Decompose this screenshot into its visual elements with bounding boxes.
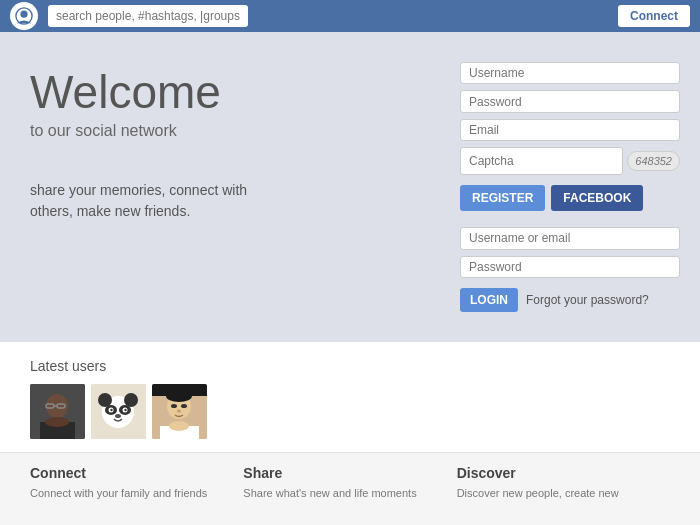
header: Connect: [0, 0, 700, 32]
password-input[interactable]: [460, 90, 680, 112]
svg-point-24: [171, 404, 177, 408]
svg-point-26: [177, 410, 181, 413]
svg-point-12: [124, 393, 138, 407]
svg-point-5: [45, 417, 69, 427]
svg-point-0: [20, 11, 27, 18]
svg-point-28: [169, 421, 189, 431]
login-password-input[interactable]: [460, 256, 680, 278]
footer-connect: Connect Connect with your family and fri…: [30, 465, 243, 513]
captcha-code: 648352: [627, 151, 680, 171]
forgot-password-link[interactable]: Forgot your password?: [526, 293, 649, 307]
main-area: Welcome to our social network share your…: [0, 32, 700, 342]
username-input[interactable]: [460, 62, 680, 84]
svg-point-11: [98, 393, 112, 407]
email-input[interactable]: [460, 119, 680, 141]
forms-section: 648352 REGISTER FACEBOOK LOGIN Forgot yo…: [460, 62, 680, 312]
footer: Connect Connect with your family and fri…: [0, 452, 700, 525]
welcome-subtitle: to our social network: [30, 122, 440, 140]
register-button[interactable]: REGISTER: [460, 185, 545, 211]
welcome-title: Welcome: [30, 67, 440, 118]
latest-users-title: Latest users: [30, 358, 680, 374]
user-avatars: [30, 384, 680, 439]
footer-share: Share Share what's new and life moments: [243, 465, 456, 513]
footer-discover-text: Discover new people, create new: [457, 486, 670, 501]
login-username-input[interactable]: [460, 227, 680, 249]
svg-point-17: [110, 409, 112, 411]
svg-point-18: [124, 409, 126, 411]
footer-discover: Discover Discover new people, create new: [457, 465, 670, 513]
login-row: LOGIN Forgot your password?: [460, 288, 680, 312]
facebook-button[interactable]: FACEBOOK: [551, 185, 643, 211]
welcome-section: Welcome to our social network share your…: [30, 62, 440, 312]
footer-connect-text: Connect with your family and friends: [30, 486, 243, 501]
latest-users-section: Latest users: [0, 342, 700, 452]
search-input[interactable]: [48, 5, 248, 27]
footer-share-text: Share what's new and life moments: [243, 486, 456, 501]
welcome-tagline: share your memories, connect withothers,…: [30, 180, 440, 222]
footer-discover-title: Discover: [457, 465, 670, 481]
captcha-row: 648352: [460, 147, 680, 175]
register-buttons: REGISTER FACEBOOK: [460, 185, 680, 211]
user-avatar[interactable]: [30, 384, 85, 439]
svg-point-25: [181, 404, 187, 408]
footer-share-title: Share: [243, 465, 456, 481]
footer-connect-title: Connect: [30, 465, 243, 481]
connect-button[interactable]: Connect: [618, 5, 690, 27]
svg-point-19: [115, 414, 121, 418]
login-button[interactable]: LOGIN: [460, 288, 518, 312]
user-avatar[interactable]: [91, 384, 146, 439]
captcha-input[interactable]: [460, 147, 623, 175]
logo-icon: [10, 2, 38, 30]
svg-point-23: [166, 390, 192, 402]
user-avatar[interactable]: [152, 384, 207, 439]
